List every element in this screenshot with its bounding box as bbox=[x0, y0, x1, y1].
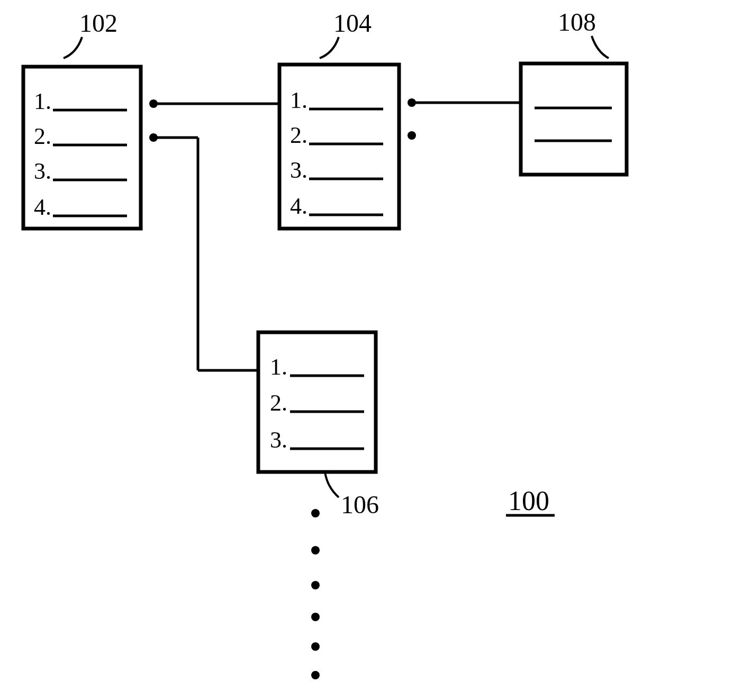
box-104-item-3: 3. bbox=[290, 157, 307, 183]
box-108: 108 bbox=[521, 8, 627, 175]
tick-104 bbox=[320, 37, 339, 58]
figure-label-100: 100 bbox=[506, 486, 555, 516]
svg-rect-10 bbox=[521, 63, 627, 175]
box-102-item-2: 2. bbox=[34, 123, 51, 149]
box-108-label: 108 bbox=[558, 8, 596, 36]
box-102-label: 102 bbox=[79, 9, 117, 37]
ellipsis-dots bbox=[311, 509, 320, 679]
box-102: 102 1. 2. 3. 4. bbox=[23, 9, 141, 229]
box-104: 104 1. 2. 3. 4. bbox=[279, 9, 399, 229]
box-106-item-3: 3. bbox=[270, 427, 287, 453]
box-102-item-3: 3. bbox=[34, 158, 51, 184]
connector-104-to-108 bbox=[408, 98, 521, 140]
connector-102-to-106 bbox=[149, 133, 258, 370]
svg-point-29 bbox=[311, 671, 320, 679]
box-106-label: 106 bbox=[341, 490, 379, 519]
box-102-item-1: 1. bbox=[34, 88, 51, 114]
diagram: 102 1. 2. 3. 4. 104 1. 2. 3. 4. 108 bbox=[0, 0, 751, 700]
box-104-item-2: 2. bbox=[290, 122, 307, 148]
connector-102-to-104 bbox=[149, 99, 279, 108]
tick-106 bbox=[325, 472, 339, 497]
box-106-item-2: 2. bbox=[270, 390, 287, 416]
box-104-item-4: 4. bbox=[290, 193, 307, 219]
box-106: 1. 2. 3. 106 bbox=[258, 332, 379, 519]
svg-point-28 bbox=[311, 642, 320, 651]
svg-point-27 bbox=[311, 613, 320, 621]
svg-point-25 bbox=[311, 546, 320, 554]
tick-108 bbox=[592, 36, 609, 58]
tick-102 bbox=[64, 37, 82, 58]
box-104-label: 104 bbox=[333, 9, 372, 37]
figure-label-text: 100 bbox=[508, 486, 549, 516]
svg-point-26 bbox=[311, 581, 320, 589]
box-102-item-4: 4. bbox=[34, 194, 51, 220]
svg-point-24 bbox=[311, 509, 320, 517]
box-106-item-1: 1. bbox=[270, 354, 287, 380]
svg-point-19 bbox=[408, 131, 416, 140]
box-104-item-1: 1. bbox=[290, 87, 307, 113]
